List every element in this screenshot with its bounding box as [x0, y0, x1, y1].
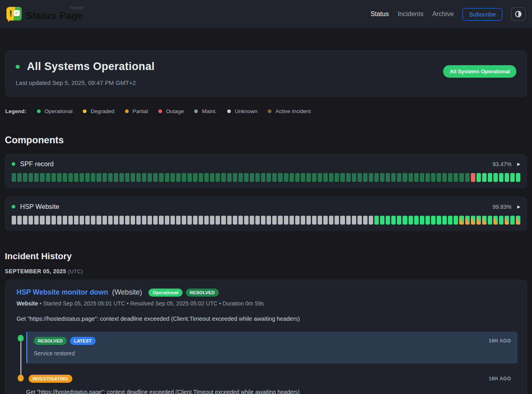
- uptime-bar[interactable]: [176, 173, 181, 182]
- uptime-bar[interactable]: [493, 216, 498, 225]
- uptime-bar[interactable]: [295, 173, 300, 182]
- uptime-bar[interactable]: [51, 173, 56, 182]
- uptime-bar[interactable]: [301, 216, 305, 225]
- uptime-bar[interactable]: [125, 216, 129, 225]
- uptime-bar[interactable]: [329, 216, 333, 225]
- uptime-bar[interactable]: [46, 173, 50, 182]
- uptime-bar[interactable]: [272, 216, 277, 225]
- uptime-bar[interactable]: [340, 173, 345, 182]
- uptime-bar[interactable]: [374, 216, 379, 225]
- uptime-bar[interactable]: [510, 216, 515, 225]
- uptime-bar[interactable]: [74, 173, 78, 182]
- uptime-bar[interactable]: [199, 216, 203, 225]
- uptime-bar[interactable]: [437, 173, 441, 182]
- uptime-bar[interactable]: [488, 216, 492, 225]
- uptime-bar[interactable]: [357, 216, 362, 225]
- uptime-bar[interactable]: [374, 173, 379, 182]
- uptime-bar[interactable]: [221, 216, 226, 225]
- uptime-bar[interactable]: [499, 173, 503, 182]
- uptime-bar[interactable]: [136, 173, 141, 182]
- uptime-bar[interactable]: [187, 173, 192, 182]
- uptime-bar[interactable]: [323, 216, 328, 225]
- uptime-bar[interactable]: [442, 216, 447, 225]
- uptime-bar[interactable]: [431, 173, 435, 182]
- uptime-bar[interactable]: [403, 173, 407, 182]
- nav-item-archive[interactable]: Archive: [432, 10, 454, 18]
- uptime-bar[interactable]: [437, 216, 441, 225]
- uptime-bar[interactable]: [329, 173, 333, 182]
- uptime-bar[interactable]: [85, 173, 90, 182]
- uptime-bar[interactable]: [290, 216, 294, 225]
- uptime-bar[interactable]: [278, 216, 282, 225]
- uptime-bar[interactable]: [346, 173, 351, 182]
- uptime-bar[interactable]: [391, 173, 396, 182]
- uptime-bar[interactable]: [284, 216, 288, 225]
- uptime-bar[interactable]: [103, 173, 107, 182]
- uptime-bar[interactable]: [193, 173, 197, 182]
- uptime-bar[interactable]: [221, 173, 226, 182]
- uptime-bar[interactable]: [210, 173, 214, 182]
- uptime-bar[interactable]: [493, 173, 498, 182]
- uptime-bar[interactable]: [40, 173, 44, 182]
- uptime-bar[interactable]: [403, 216, 407, 225]
- brand[interactable]: ! ✓ Status Page hosted: [6, 6, 83, 22]
- uptime-bar[interactable]: [397, 173, 401, 182]
- uptime-bar[interactable]: [414, 173, 419, 182]
- uptime-bar[interactable]: [409, 216, 413, 225]
- uptime-bar[interactable]: [176, 216, 181, 225]
- uptime-bar[interactable]: [397, 216, 401, 225]
- uptime-bar[interactable]: [68, 216, 73, 225]
- uptime-bar[interactable]: [386, 216, 390, 225]
- uptime-bar[interactable]: [295, 216, 300, 225]
- uptime-bar[interactable]: [318, 216, 322, 225]
- uptime-bar[interactable]: [182, 216, 186, 225]
- uptime-bar[interactable]: [97, 173, 101, 182]
- uptime-bar[interactable]: [465, 216, 470, 225]
- component-header-row[interactable]: HSP Website99.83%▶: [12, 203, 520, 210]
- uptime-bar[interactable]: [80, 173, 84, 182]
- uptime-bar[interactable]: [261, 173, 265, 182]
- uptime-bar[interactable]: [267, 216, 271, 225]
- chevron-right-icon[interactable]: ▶: [517, 204, 520, 209]
- uptime-bar[interactable]: [103, 216, 107, 225]
- uptime-bar[interactable]: [459, 173, 464, 182]
- uptime-bar[interactable]: [17, 216, 22, 225]
- uptime-bar[interactable]: [380, 173, 384, 182]
- uptime-bar[interactable]: [409, 173, 413, 182]
- uptime-bar[interactable]: [233, 173, 237, 182]
- uptime-bar[interactable]: [278, 173, 282, 182]
- uptime-bar[interactable]: [204, 216, 209, 225]
- uptime-bar[interactable]: [182, 173, 186, 182]
- uptime-bar[interactable]: [142, 216, 146, 225]
- uptime-bar[interactable]: [142, 173, 146, 182]
- uptime-bar[interactable]: [505, 173, 509, 182]
- uptime-bar[interactable]: [216, 173, 220, 182]
- uptime-bar[interactable]: [477, 216, 481, 225]
- uptime-bar[interactable]: [233, 216, 237, 225]
- uptime-bar[interactable]: [290, 173, 294, 182]
- component-header-row[interactable]: SPF record93.47%▶: [12, 160, 520, 168]
- uptime-bar[interactable]: [23, 216, 27, 225]
- uptime-bar[interactable]: [255, 173, 260, 182]
- uptime-bar[interactable]: [414, 216, 419, 225]
- uptime-bar[interactable]: [29, 173, 33, 182]
- uptime-bar[interactable]: [68, 173, 73, 182]
- uptime-bar[interactable]: [85, 216, 90, 225]
- uptime-bar[interactable]: [108, 216, 113, 225]
- uptime-bar[interactable]: [165, 173, 169, 182]
- uptime-bar[interactable]: [261, 216, 265, 225]
- uptime-bar[interactable]: [357, 173, 362, 182]
- uptime-bar[interactable]: [51, 216, 56, 225]
- chevron-right-icon[interactable]: ▶: [517, 162, 520, 166]
- uptime-bar[interactable]: [301, 173, 305, 182]
- uptime-bar[interactable]: [425, 216, 430, 225]
- uptime-bar[interactable]: [165, 216, 169, 225]
- uptime-bar[interactable]: [454, 216, 458, 225]
- uptime-bar[interactable]: [114, 216, 118, 225]
- uptime-bar[interactable]: [119, 216, 124, 225]
- uptime-bar[interactable]: [454, 173, 458, 182]
- uptime-bar[interactable]: [57, 173, 62, 182]
- uptime-bar[interactable]: [471, 173, 475, 182]
- uptime-bar[interactable]: [255, 216, 260, 225]
- uptime-bar[interactable]: [340, 216, 345, 225]
